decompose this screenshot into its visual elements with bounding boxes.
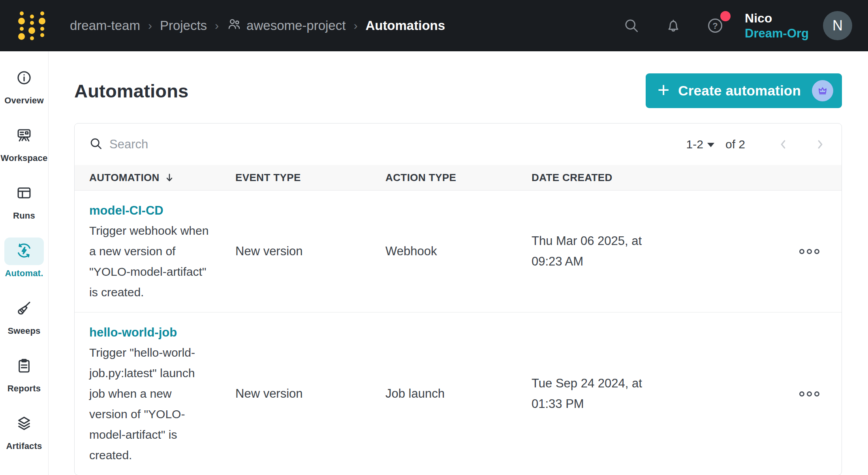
breadcrumb-team[interactable]: dream-team <box>70 18 140 33</box>
pagination: 1-2 of 2 <box>686 137 827 151</box>
sidebar-item-overview[interactable]: Overview <box>4 65 44 106</box>
search-nav-button[interactable] <box>620 14 643 37</box>
sidebar-item-runs[interactable]: Runs <box>4 180 44 221</box>
team-icon <box>227 17 242 35</box>
user-menu[interactable]: Nico Dream-Org <box>745 10 809 41</box>
search-icon <box>89 137 103 152</box>
user-org: Dream-Org <box>745 26 809 41</box>
svg-text:?: ? <box>712 21 718 31</box>
search-input[interactable] <box>109 137 386 151</box>
breadcrumb-separator: › <box>353 19 357 32</box>
action-type-cell: Webhook <box>385 244 532 258</box>
nav-actions: ? Nico Dream-Org N <box>601 10 852 41</box>
artifacts-layers-icon <box>16 415 32 433</box>
caret-down-icon <box>707 143 714 147</box>
runs-table-icon <box>16 185 32 203</box>
next-page-button[interactable] <box>813 137 827 151</box>
page-title: Automations <box>74 80 188 102</box>
info-icon <box>16 69 32 88</box>
row-overflow-menu-button[interactable] <box>796 388 823 400</box>
user-name: Nico <box>745 10 809 26</box>
workspace-icon <box>16 127 32 145</box>
notifications-button[interactable] <box>662 14 685 37</box>
sidebar-item-reports[interactable]: Reports <box>4 353 44 394</box>
plus-icon: + <box>658 80 669 100</box>
sidebar-item-automations[interactable]: Automat. <box>4 238 44 279</box>
breadcrumb: dream-team › Projects › awesome-project … <box>70 17 445 35</box>
avatar[interactable]: N <box>823 11 852 40</box>
column-header-event-type[interactable]: EVENT TYPE <box>235 172 385 184</box>
table-toolbar: 1-2 of 2 <box>75 123 842 165</box>
automation-name-link[interactable]: hello-world-job <box>89 324 224 342</box>
breadcrumb-separator: › <box>148 19 152 32</box>
chevron-left-icon <box>776 137 790 151</box>
table-row: hello-world-job Trigger "hello-world-job… <box>75 312 842 475</box>
table-header-row: AUTOMATION EVENT TYPE ACTION TYPE DATE C… <box>75 165 842 190</box>
create-automation-button[interactable]: + Create automation <box>646 73 842 108</box>
crown-icon <box>817 85 828 96</box>
date-created-cell: Thu Mar 06 2025, at 09:23 AM <box>532 231 650 272</box>
bell-icon <box>665 17 682 34</box>
overflow-dots-icon <box>799 391 804 396</box>
column-header-automation[interactable]: AUTOMATION <box>89 172 235 184</box>
top-nav: dream-team › Projects › awesome-project … <box>0 0 868 51</box>
event-type-cell: New version <box>235 387 385 401</box>
table-row: model-CI-CD Trigger webhook when a new v… <box>75 190 842 312</box>
project-sidebar: Overview Workspace Runs Autom <box>0 51 49 475</box>
notification-dot <box>720 11 731 21</box>
prev-page-button[interactable] <box>776 137 790 151</box>
row-overflow-menu-button[interactable] <box>796 246 823 257</box>
breadcrumb-project[interactable]: awesome-project <box>227 17 346 35</box>
breadcrumb-separator: › <box>215 19 219 32</box>
search-icon <box>623 17 640 34</box>
automation-description: Trigger webhook when a new version of "Y… <box>89 221 211 303</box>
sweeps-broom-icon <box>16 300 32 318</box>
automation-description: Trigger "hello-world-job.py:latest" laun… <box>89 342 211 466</box>
sidebar-item-artifacts[interactable]: Artifacts <box>4 410 44 451</box>
main-content: Automations + Create automation <box>49 51 868 475</box>
premium-crown-badge <box>812 80 833 101</box>
page-range-dropdown[interactable]: 1-2 <box>686 138 714 151</box>
automations-table-card: 1-2 of 2 AUTOMATION <box>74 123 842 475</box>
date-created-cell: Tue Sep 24 2024, at 01:33 PM <box>532 373 650 414</box>
automations-icon <box>15 242 33 261</box>
column-header-action-type[interactable]: ACTION TYPE <box>385 172 532 184</box>
column-header-date-created[interactable]: DATE CREATED <box>532 172 753 184</box>
help-button[interactable]: ? <box>704 14 727 37</box>
page-total: of 2 <box>725 138 745 151</box>
overflow-dots-icon <box>799 249 804 254</box>
action-type-cell: Job launch <box>385 387 532 401</box>
sidebar-item-sweeps[interactable]: Sweeps <box>4 295 44 336</box>
chevron-right-icon <box>813 137 827 151</box>
sort-desc-arrow-icon <box>164 172 175 183</box>
automation-name-link[interactable]: model-CI-CD <box>89 202 224 220</box>
breadcrumb-current: Automations <box>365 18 445 33</box>
reports-clipboard-icon <box>16 357 32 376</box>
wandb-logo-icon[interactable] <box>18 11 45 40</box>
breadcrumb-projects[interactable]: Projects <box>160 18 207 33</box>
event-type-cell: New version <box>235 244 385 258</box>
sidebar-item-workspace[interactable]: Workspace <box>1 122 48 163</box>
